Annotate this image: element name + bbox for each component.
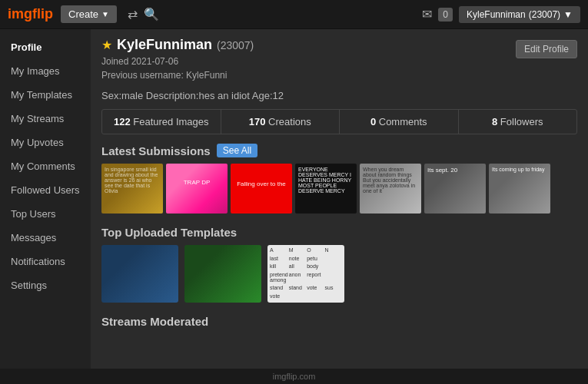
profile-header-row: ★ KyleFunniman (23007) Joined 2021-07-06… (101, 37, 577, 82)
footer: imgflip.com (0, 369, 588, 384)
sidebar-item-top-users[interactable]: Top Users (0, 202, 91, 226)
stat-featured-images: 122 Featured Images (102, 110, 221, 134)
submission-thumb-6[interactable]: Its sept. 20 (424, 164, 486, 214)
header-icons: ⇄ 🔍 (128, 7, 159, 22)
logo: imgflip (8, 6, 53, 22)
top-templates-title: Top Uploaded Templates (101, 226, 237, 239)
submission-image-grid: In singapore small kid and drawing about… (101, 164, 577, 214)
star-icon: ★ (101, 38, 112, 52)
stats-bar: 122 Featured Images 170 Creations 0 Comm… (101, 109, 577, 134)
sidebar-item-notifications[interactable]: Notifications (0, 250, 91, 273)
header-right: ✉ 0 KyleFunniman (23007) ▼ (422, 6, 580, 23)
profile-points: (23007) (217, 39, 254, 51)
stat-featured-count: 122 (114, 116, 131, 127)
submission-thumb-7[interactable]: Its coming up to friday (489, 164, 550, 214)
profile-joined: Joined 2021-07-06 (101, 56, 254, 67)
submission-thumb-2-text: TRAP DP (166, 164, 228, 214)
submission-thumb-2[interactable]: TRAP DP (166, 164, 228, 214)
logo-img: img (8, 6, 32, 22)
latest-submissions-title: Latest Submissions (101, 144, 211, 157)
stat-followers-label: Followers (500, 116, 543, 127)
submission-thumb-1[interactable]: In singapore small kid and drawing about… (101, 164, 163, 214)
submission-thumb-3-text: Falling over to the (231, 164, 292, 214)
stat-followers: 8 Followers (459, 110, 577, 134)
sidebar-item-messages[interactable]: Messages (0, 226, 91, 250)
profile-previous-username: Previous username: KyleFunni (101, 70, 254, 81)
streams-moderated-title: Streams Moderated (101, 315, 208, 328)
profile-username: KyleFunniman (117, 37, 212, 53)
template-grid: AMON lastnotepetu killallbody pretend am… (101, 245, 577, 303)
submission-thumb-7-text: Its coming up to friday (489, 164, 550, 214)
header-user-points: (23007) (529, 9, 560, 20)
template-thumb-1[interactable] (101, 245, 178, 303)
submission-thumb-4-text: EVERYONE DESERVES MERCY I HATE BEING HOR… (295, 164, 357, 214)
user-menu-arrow: ▼ (563, 9, 573, 20)
header: imgflip Create ▼ ⇄ 🔍 ✉ 0 KyleFunniman (2… (0, 0, 588, 29)
sidebar-item-profile[interactable]: Profile (0, 35, 91, 59)
streams-moderated-section: Streams Moderated (101, 315, 577, 328)
profile-title-inner: ★ KyleFunniman (23007) (101, 37, 254, 53)
sidebar-item-my-streams[interactable]: My Streams (0, 107, 91, 131)
stat-creations-count: 170 (249, 116, 266, 127)
submission-thumb-3[interactable]: Falling over to the (231, 164, 292, 214)
user-menu[interactable]: KyleFunniman (23007) ▼ (459, 6, 580, 23)
submission-thumb-5[interactable]: When you dream about random things But y… (360, 164, 421, 214)
submission-thumb-1-text: In singapore small kid and drawing about… (101, 164, 163, 214)
profile-title: ★ KyleFunniman (23007) Joined 2021-07-06… (101, 37, 254, 82)
create-dropdown-arrow: ▼ (101, 10, 109, 18)
sidebar-item-my-images[interactable]: My Images (0, 59, 91, 83)
shuffle-icon[interactable]: ⇄ (128, 7, 138, 22)
latest-submissions-section: Latest Submissions See All (101, 144, 577, 157)
edit-profile-button[interactable]: Edit Profile (516, 40, 577, 58)
sidebar-item-my-comments[interactable]: My Comments (0, 154, 91, 178)
header-username: KyleFunniman (467, 9, 526, 20)
notification-count: 0 (438, 8, 453, 22)
sidebar: Profile My Images My Templates My Stream… (0, 29, 91, 369)
mail-icon[interactable]: ✉ (422, 7, 432, 22)
stat-followers-count: 8 (492, 116, 497, 127)
stat-creations: 170 Creations (221, 110, 341, 134)
stat-comments: 0 Comments (340, 110, 459, 134)
submission-thumb-6-text: Its sept. 20 (424, 164, 486, 214)
profile-description: Sex:male Description:hes an idiot Age:12 (101, 90, 577, 101)
see-all-button[interactable]: See All (217, 144, 257, 157)
sidebar-item-settings[interactable]: Settings (0, 273, 91, 297)
submission-thumb-4[interactable]: EVERYONE DESERVES MERCY I HATE BEING HOR… (295, 164, 357, 214)
stat-creations-label: Creations (268, 116, 311, 127)
stat-comments-count: 0 (370, 116, 376, 127)
top-templates-section: Top Uploaded Templates (101, 226, 577, 239)
stat-featured-label: Featured Images (133, 116, 208, 127)
main-content: ★ KyleFunniman (23007) Joined 2021-07-06… (91, 29, 588, 369)
template-thumb-3[interactable]: AMON lastnotepetu killallbody pretend am… (267, 245, 344, 303)
submission-thumb-5-text: When you dream about random things But y… (360, 164, 421, 214)
sidebar-item-my-upvotes[interactable]: My Upvotes (0, 131, 91, 154)
sidebar-item-followed-users[interactable]: Followed Users (0, 178, 91, 202)
sidebar-item-my-templates[interactable]: My Templates (0, 83, 91, 107)
footer-text: imgflip.com (273, 372, 316, 381)
search-icon[interactable]: 🔍 (144, 7, 159, 22)
template-thumb-2[interactable] (184, 245, 261, 303)
create-label: Create (68, 8, 98, 20)
logo-flip: flip (32, 6, 53, 22)
stat-comments-label: Comments (379, 116, 427, 127)
layout: Profile My Images My Templates My Stream… (0, 29, 588, 369)
create-button[interactable]: Create ▼ (61, 5, 117, 23)
